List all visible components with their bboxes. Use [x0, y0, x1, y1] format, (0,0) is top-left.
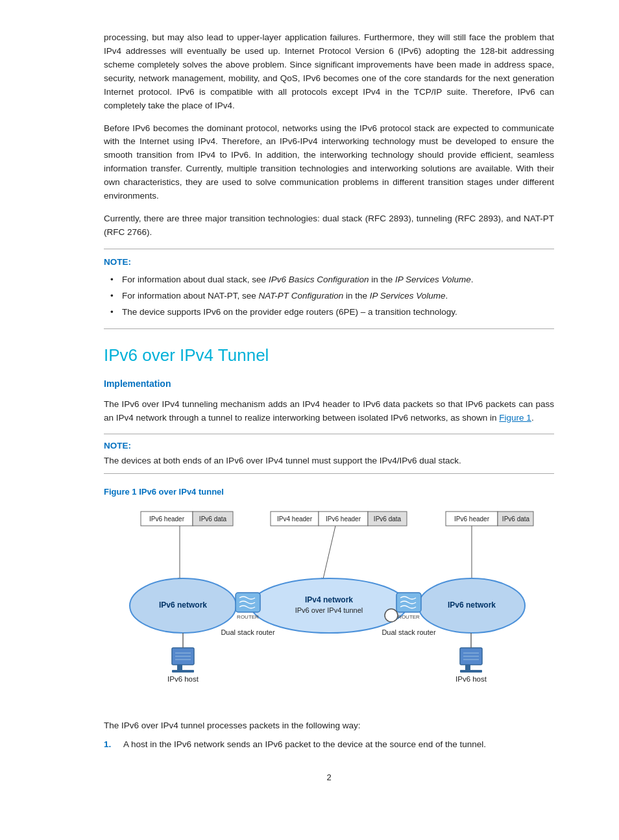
svg-rect-33 [172, 670, 194, 673]
subsection-title: Implementation [104, 377, 554, 391]
svg-rect-39 [465, 665, 470, 670]
process-text: The IPv6 over IPv4 tunnel processes pack… [104, 719, 554, 733]
step-1: 1. A host in the IPv6 network sends an I… [104, 738, 554, 752]
page: processing, but may also lead to upper-l… [0, 0, 619, 840]
svg-point-28 [385, 609, 398, 622]
svg-point-19 [251, 578, 407, 633]
section-title: IPv6 over IPv4 Tunnel [104, 342, 554, 368]
svg-text:IPv6 header: IPv6 header [326, 515, 361, 523]
diagram-svg: IPv6 header IPv6 data IPv4 header IPv6 h… [121, 505, 537, 706]
figure-caption: Figure 1 IPv6 over IPv4 tunnel [104, 486, 554, 499]
svg-text:Dual stack router: Dual stack router [382, 628, 435, 636]
note-label-2: NOTE: [104, 439, 554, 453]
svg-text:ROUTER: ROUTER [237, 614, 259, 620]
step-1-text: A host in the IPv6 network sends an IPv6… [123, 738, 486, 752]
impl-text: The IPv6 over IPv4 tunneling mechanism a… [104, 398, 554, 425]
svg-line-15 [322, 526, 335, 582]
figure-area: IPv6 header IPv6 data IPv4 header IPv6 h… [104, 505, 554, 706]
svg-rect-40 [460, 670, 482, 673]
steps-list: 1. A host in the IPv6 network sends an I… [104, 738, 554, 752]
svg-text:IPv4 header: IPv4 header [277, 515, 313, 523]
note-section-1: NOTE: For information about dual stack, … [104, 249, 554, 329]
svg-text:IPv6 over IPv4 tunnel: IPv6 over IPv4 tunnel [295, 606, 363, 614]
svg-text:IPv6 data: IPv6 data [199, 515, 227, 523]
svg-text:IPv6 header: IPv6 header [149, 515, 185, 523]
note-item-2: For information about NAT-PT, see NAT-PT… [110, 290, 554, 303]
step-1-num: 1. [104, 738, 117, 752]
paragraph-1: processing, but may also lead to upper-l… [104, 31, 554, 113]
svg-text:IPv6 data: IPv6 data [502, 515, 530, 523]
page-number: 2 [104, 771, 554, 784]
svg-text:IPv6 host: IPv6 host [167, 675, 199, 683]
paragraph-2: Before IPv6 becomes the dominant protoco… [104, 122, 554, 204]
note-section-2: NOTE: The devices at both ends of an IPv… [104, 434, 554, 474]
note-item-3: The device supports IPv6 on the provider… [110, 306, 554, 319]
svg-rect-32 [177, 665, 182, 670]
svg-text:IPv6 network: IPv6 network [448, 600, 496, 610]
note-text-2: The devices at both ends of an IPv6 over… [104, 454, 554, 468]
paragraph-3: Currently, there are three major transit… [104, 212, 554, 240]
note-list-1: For information about dual stack, see IP… [104, 273, 554, 319]
note-label-1: NOTE: [104, 256, 554, 269]
svg-text:ROUTER: ROUTER [398, 614, 420, 620]
figure1-link[interactable]: Figure 1 [499, 413, 531, 423]
svg-text:IPv6 header: IPv6 header [454, 515, 490, 523]
svg-text:IPv6 host: IPv6 host [455, 675, 487, 683]
svg-text:IPv6 data: IPv6 data [374, 515, 402, 523]
svg-text:IPv4 network: IPv4 network [305, 595, 353, 604]
note-item-1: For information about dual stack, see IP… [110, 273, 554, 287]
svg-text:Dual stack router: Dual stack router [221, 628, 274, 636]
svg-text:IPv6 network: IPv6 network [159, 600, 207, 610]
